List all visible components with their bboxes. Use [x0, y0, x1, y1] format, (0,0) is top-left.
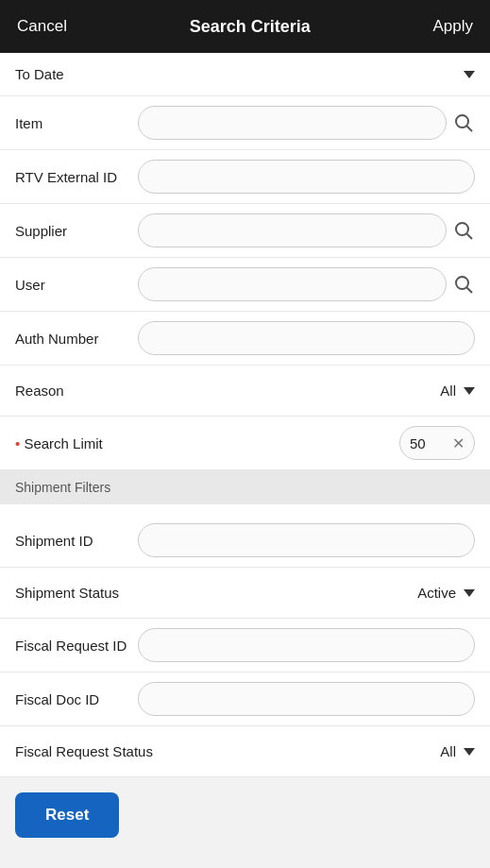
search-limit-label: Search Limit	[15, 435, 138, 451]
to-date-row[interactable]: To Date	[0, 53, 490, 96]
user-label: User	[15, 277, 138, 293]
supplier-search-icon	[452, 219, 475, 242]
fiscal-request-status-dropdown[interactable]: All	[440, 743, 475, 759]
cancel-button[interactable]: Cancel	[17, 17, 67, 36]
svg-point-4	[456, 277, 468, 289]
user-search-icon	[452, 273, 475, 296]
user-input[interactable]	[138, 267, 447, 301]
search-limit-row: Search Limit 50 ✕	[0, 417, 490, 470]
apply-button[interactable]: Apply	[432, 17, 473, 36]
footer-bar: Reset	[0, 777, 490, 853]
search-limit-input-wrap[interactable]: 50 ✕	[399, 426, 475, 460]
svg-line-3	[467, 234, 473, 240]
svg-line-1	[467, 127, 473, 132]
to-date-chevron-icon	[464, 71, 475, 78]
reason-dropdown[interactable]: All	[440, 383, 475, 399]
spacer	[0, 504, 490, 514]
form-content: To Date Item RTV External ID Supplier Us	[0, 53, 490, 777]
fiscal-request-id-row: Fiscal Request ID	[0, 619, 490, 672]
reason-label: Reason	[15, 383, 440, 399]
fiscal-doc-id-input[interactable]	[138, 682, 475, 716]
reason-value: All	[440, 383, 456, 399]
supplier-row: Supplier	[0, 204, 490, 258]
shipment-status-dropdown[interactable]: Active	[417, 585, 475, 601]
fiscal-request-status-chevron-icon	[464, 748, 475, 756]
fiscal-doc-id-row: Fiscal Doc ID	[0, 672, 490, 726]
auth-number-row: Auth Number	[0, 312, 490, 366]
shipment-status-row[interactable]: Shipment Status Active	[0, 568, 490, 619]
supplier-input[interactable]	[138, 213, 447, 247]
user-row: User	[0, 258, 490, 312]
item-search-icon	[452, 111, 475, 134]
reason-row[interactable]: Reason All	[0, 366, 490, 417]
shipment-id-input[interactable]	[138, 523, 475, 557]
svg-point-0	[456, 115, 468, 128]
rtv-external-id-row: RTV External ID	[0, 150, 490, 204]
auth-number-label: Auth Number	[15, 331, 138, 347]
page-title: Search Criteria	[190, 17, 311, 37]
fiscal-doc-id-label: Fiscal Doc ID	[15, 691, 138, 707]
header: Cancel Search Criteria Apply	[0, 0, 490, 53]
fiscal-request-id-label: Fiscal Request ID	[15, 638, 138, 654]
shipment-filters-header: Shipment Filters	[0, 470, 490, 504]
svg-line-5	[467, 288, 473, 294]
to-date-label: To Date	[15, 66, 460, 82]
item-input[interactable]	[138, 106, 447, 140]
reason-chevron-icon	[464, 387, 475, 395]
fiscal-request-id-input[interactable]	[138, 628, 475, 662]
supplier-search-button[interactable]	[452, 219, 475, 242]
svg-point-2	[456, 223, 468, 235]
rtv-external-id-label: RTV External ID	[15, 169, 138, 185]
reset-button[interactable]: Reset	[15, 792, 119, 838]
auth-number-input[interactable]	[138, 321, 475, 355]
user-search-button[interactable]	[452, 273, 475, 296]
item-row: Item	[0, 96, 490, 150]
search-limit-clear-button[interactable]: ✕	[452, 434, 465, 452]
rtv-external-id-input[interactable]	[138, 160, 475, 194]
fiscal-request-status-row[interactable]: Fiscal Request Status All	[0, 726, 490, 777]
shipment-id-row: Shipment ID	[0, 514, 490, 568]
item-label: Item	[15, 115, 138, 131]
search-limit-value: 50	[410, 435, 426, 451]
item-search-button[interactable]	[452, 111, 475, 134]
shipment-status-label: Shipment Status	[15, 585, 417, 601]
shipment-status-value: Active	[417, 585, 456, 601]
supplier-label: Supplier	[15, 223, 138, 239]
fiscal-request-status-value: All	[440, 743, 456, 759]
fiscal-request-status-label: Fiscal Request Status	[15, 743, 440, 759]
shipment-status-chevron-icon	[464, 589, 475, 597]
shipment-id-label: Shipment ID	[15, 533, 138, 549]
